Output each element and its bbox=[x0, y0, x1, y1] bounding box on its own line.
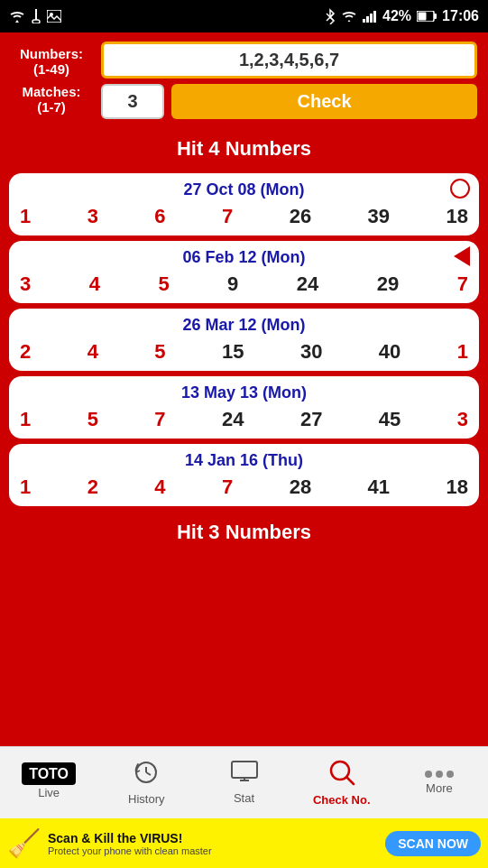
card5-num3: 4 bbox=[154, 476, 165, 499]
svg-rect-9 bbox=[373, 11, 376, 23]
battery-icon bbox=[417, 11, 437, 22]
card2-date: 06 Feb 12 (Mon) bbox=[20, 248, 468, 267]
nav-item-more[interactable]: More bbox=[391, 771, 488, 795]
card4-numbers: 1 5 7 24 27 45 3 bbox=[20, 408, 468, 431]
card5-num5: 28 bbox=[290, 476, 311, 499]
time-display: 17:06 bbox=[442, 8, 479, 24]
card3-numbers: 2 4 5 15 30 40 1 bbox=[20, 340, 468, 364]
card1-num6: 39 bbox=[368, 205, 390, 228]
card2-num6: 29 bbox=[377, 272, 399, 296]
card4-num5: 27 bbox=[300, 408, 322, 431]
labels-column: Numbers: (1-49) Matches: (1-7) bbox=[11, 46, 92, 115]
numbers-label: Numbers: bbox=[20, 46, 83, 61]
nav-item-live[interactable]: TOTO Live bbox=[0, 766, 97, 799]
ad-subtitle: Protect your phone with clean master bbox=[48, 845, 378, 856]
card1-num1: 1 bbox=[20, 205, 31, 228]
card5-date: 14 Jan 16 (Thu) bbox=[20, 451, 468, 470]
card1-num2: 3 bbox=[87, 205, 98, 228]
nav-stat-label: Stat bbox=[234, 791, 254, 805]
svg-rect-12 bbox=[419, 13, 427, 21]
card4-num6: 45 bbox=[379, 408, 401, 431]
status-bar: 42% 17:06 bbox=[0, 0, 488, 32]
card1-num3: 6 bbox=[154, 205, 165, 228]
card3-num4: 15 bbox=[222, 340, 244, 364]
card1-date: 27 Oct 08 (Mon) bbox=[20, 180, 468, 199]
nav-live-label: Live bbox=[38, 786, 60, 799]
status-right-area: 42% 17:06 bbox=[325, 8, 479, 24]
card2-num2: 4 bbox=[89, 272, 100, 296]
toto-logo-text: TOTO bbox=[22, 762, 76, 785]
status-icons bbox=[9, 9, 61, 23]
card2-num7: 7 bbox=[457, 272, 468, 296]
clock-icon bbox=[134, 760, 159, 789]
check-button[interactable]: Check bbox=[171, 84, 477, 119]
svg-line-20 bbox=[346, 777, 354, 784]
card3-date: 26 Mar 12 (Mon) bbox=[20, 316, 468, 335]
card1-num7: 18 bbox=[447, 205, 468, 228]
nav-item-stat[interactable]: Stat bbox=[195, 761, 292, 805]
matches-input[interactable] bbox=[101, 84, 164, 119]
card4-num7: 3 bbox=[457, 408, 468, 431]
card3-num6: 40 bbox=[379, 340, 401, 364]
matches-range: (1-7) bbox=[37, 99, 66, 115]
numbers-range: (1-49) bbox=[33, 61, 69, 77]
card4-num3: 7 bbox=[154, 408, 165, 431]
nav-more-label: More bbox=[426, 781, 453, 795]
hit3-header: Hit 3 Numbers bbox=[0, 512, 488, 551]
ad-title: Scan & Kill the VIRUS! bbox=[48, 831, 378, 845]
wifi-icon bbox=[9, 10, 25, 23]
svg-line-15 bbox=[146, 772, 151, 775]
monitor-icon bbox=[231, 761, 258, 788]
more-dots-icon bbox=[425, 771, 454, 778]
result-card-2: 06 Feb 12 (Mon) 3 4 5 9 24 29 7 bbox=[9, 241, 479, 303]
card4-date: 13 May 13 (Mon) bbox=[20, 383, 468, 402]
numbers-input[interactable] bbox=[101, 42, 477, 78]
result-card-5: 14 Jan 16 (Thu) 1 2 4 7 28 41 18 bbox=[9, 444, 479, 506]
svg-rect-8 bbox=[370, 14, 373, 23]
toto-logo-icon: TOTO bbox=[22, 766, 76, 782]
result-card-3: 26 Mar 12 (Mon) 2 4 5 15 30 40 1 bbox=[9, 309, 479, 371]
card5-num7: 18 bbox=[447, 476, 468, 499]
card5-num6: 41 bbox=[368, 476, 390, 499]
svg-rect-16 bbox=[232, 762, 257, 778]
card2-icon bbox=[454, 246, 470, 272]
card4-num4: 24 bbox=[222, 408, 244, 431]
scan-now-button[interactable]: SCAN NOW bbox=[385, 831, 481, 856]
nav-item-checkno[interactable]: Check No. bbox=[293, 759, 391, 807]
card5-num1: 1 bbox=[20, 476, 31, 499]
card2-numbers: 3 4 5 9 24 29 7 bbox=[20, 272, 468, 296]
card3-num3: 5 bbox=[154, 340, 165, 364]
card3-num7: 1 bbox=[457, 340, 468, 364]
card1-num4: 7 bbox=[222, 205, 233, 228]
ad-text: Scan & Kill the VIRUS! Protect your phon… bbox=[48, 831, 378, 856]
card1-numbers: 1 3 6 7 26 39 18 bbox=[20, 205, 468, 228]
card1-icon bbox=[450, 179, 470, 204]
broom-icon: 🧹 bbox=[7, 827, 41, 859]
card1-num5: 26 bbox=[290, 205, 311, 228]
battery-text: 42% bbox=[382, 8, 411, 24]
ad-banner: 🧹 Scan & Kill the VIRUS! Protect your ph… bbox=[0, 818, 488, 868]
usb-icon bbox=[31, 9, 41, 23]
wifi2-icon bbox=[341, 10, 357, 23]
svg-rect-11 bbox=[434, 14, 437, 19]
bottom-nav: TOTO Live History Stat bbox=[0, 746, 488, 818]
nav-history-label: History bbox=[128, 792, 164, 806]
card4-num1: 1 bbox=[20, 408, 31, 431]
card2-num5: 24 bbox=[297, 272, 318, 296]
card5-num2: 2 bbox=[87, 476, 98, 499]
svg-rect-1 bbox=[32, 20, 40, 23]
hit4-header: Hit 4 Numbers bbox=[0, 128, 488, 168]
card2-num4: 9 bbox=[227, 272, 238, 296]
svg-rect-7 bbox=[366, 16, 369, 23]
card3-num5: 30 bbox=[300, 340, 322, 364]
card2-num3: 5 bbox=[158, 272, 169, 296]
svg-rect-6 bbox=[363, 19, 365, 23]
matches-label: Matches: bbox=[22, 84, 80, 99]
top-input-area: Numbers: (1-49) Matches: (1-7) Check bbox=[0, 32, 488, 128]
nav-checkno-label: Check No. bbox=[313, 793, 371, 807]
nav-item-history[interactable]: History bbox=[97, 760, 195, 806]
signal-icon bbox=[363, 10, 377, 23]
bluetooth-icon bbox=[325, 8, 336, 24]
card3-num1: 2 bbox=[20, 340, 31, 364]
result-card-4: 13 May 13 (Mon) 1 5 7 24 27 45 3 bbox=[9, 376, 479, 439]
